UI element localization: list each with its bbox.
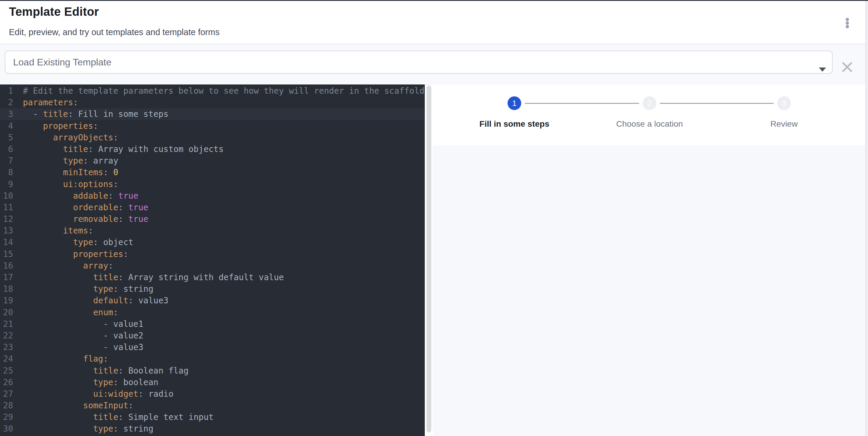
code-token: [23, 156, 63, 166]
line-number: 4: [0, 120, 13, 132]
code-token: :: [113, 307, 118, 317]
code-line[interactable]: 13 items:: [0, 225, 425, 236]
line-number: 26: [0, 376, 13, 388]
more-options-kebab-icon[interactable]: [843, 16, 851, 30]
code-token: :: [108, 191, 119, 201]
code-token: enum: [93, 307, 113, 317]
code-token: -: [23, 342, 113, 352]
code-line[interactable]: 23 - value3: [0, 341, 425, 353]
code-line[interactable]: 5 arrayObjects:: [0, 132, 425, 143]
code-token: radio: [148, 389, 173, 399]
code-token: removable: [73, 214, 119, 224]
code-token: title: [93, 412, 118, 422]
code-token: string: [123, 284, 153, 294]
code-token: minItems: [63, 167, 103, 177]
kebab-dot: [846, 25, 849, 28]
code-token: :: [88, 144, 98, 154]
load-select-placeholder: Load Existing Template: [13, 57, 111, 68]
clear-selection-button[interactable]: [837, 57, 858, 77]
line-number: 11: [0, 202, 13, 213]
code-token: type: [73, 237, 93, 247]
code-line[interactable]: 17 title: Array string with default valu…: [0, 272, 425, 283]
line-number: 6: [0, 143, 13, 155]
code-token: :: [123, 249, 128, 259]
code-token: [23, 214, 73, 224]
code-token: :: [113, 424, 123, 434]
code-line[interactable]: 10 addable: true: [0, 190, 425, 202]
code-line[interactable]: 30 type: string: [0, 423, 425, 435]
line-number: 28: [0, 400, 13, 411]
line-number: 27: [0, 388, 13, 400]
code-line[interactable]: 24 flag:: [0, 353, 425, 365]
code-line[interactable]: 20 enum:: [0, 307, 425, 318]
code-token: :: [118, 214, 128, 224]
load-existing-template-select[interactable]: Load Existing Template: [5, 51, 833, 74]
code-token: title: [93, 366, 118, 376]
code-line[interactable]: 28 someInput:: [0, 400, 425, 411]
code-line[interactable]: 25 title: Boolean flag: [0, 365, 425, 376]
code-token: [23, 203, 73, 212]
code-line[interactable]: 16 array:: [0, 260, 425, 272]
code-line[interactable]: 19 default: value3: [0, 295, 425, 306]
code-token: [23, 133, 53, 142]
code-line[interactable]: 27 ui:widget: radio: [0, 388, 425, 400]
line-number: 18: [0, 283, 13, 295]
code-token: :: [88, 226, 93, 236]
code-line[interactable]: 12 removable: true: [0, 213, 425, 225]
code-token: Fill in some steps: [78, 109, 168, 119]
page-scrollbar-track[interactable]: [865, 1, 868, 436]
code-line[interactable]: 26 type: boolean: [0, 376, 425, 388]
code-line[interactable]: 4 properties:: [0, 120, 425, 132]
code-token: -: [23, 331, 113, 340]
code-line[interactable]: 8 minItems: 0: [0, 167, 425, 178]
code-token: boolean: [123, 377, 158, 387]
code-line[interactable]: 18 type: string: [0, 283, 425, 295]
code-token: [23, 144, 63, 154]
code-token: [23, 237, 73, 247]
code-token: type: [93, 424, 113, 434]
code-token: type: [93, 377, 113, 387]
code-token: [23, 377, 93, 387]
line-number: 17: [0, 272, 13, 283]
code-line[interactable]: 1# Edit the template parameters below to…: [0, 85, 425, 97]
code-line[interactable]: 7 type: array: [0, 155, 425, 167]
code-line[interactable]: 21 - value1: [0, 318, 425, 330]
code-token: parameters: [23, 98, 73, 107]
line-number: 10: [0, 190, 13, 202]
code-line[interactable]: 22 - value2: [0, 330, 425, 341]
wizard-stepper: 1Fill in some steps2Choose a location3Re…: [433, 85, 865, 145]
code-token: object: [103, 237, 133, 247]
code-token: :: [118, 412, 128, 422]
code-token: [23, 272, 93, 282]
code-token: orderable: [73, 203, 119, 212]
yaml-code-editor[interactable]: 1# Edit the template parameters below to…: [0, 85, 425, 436]
code-token: Simple text input: [128, 412, 214, 422]
line-number: 15: [0, 248, 13, 260]
line-number: 3: [0, 108, 13, 120]
line-number: 16: [0, 260, 13, 272]
code-token: title: [43, 109, 68, 119]
close-icon: [841, 61, 853, 73]
code-token: properties: [43, 121, 93, 131]
line-number: 19: [0, 295, 13, 306]
code-line[interactable]: 6 title: Array with custom objects: [0, 143, 425, 155]
line-number: 9: [0, 178, 13, 190]
editor-scrollbar-thumb[interactable]: [427, 86, 431, 432]
code-token: [23, 179, 63, 189]
code-token: value1: [113, 319, 143, 329]
code-line[interactable]: 15 properties:: [0, 248, 425, 260]
code-token: true: [128, 203, 148, 212]
code-line[interactable]: 9 ui:options:: [0, 178, 425, 190]
page-header: Template Editor Edit, preview, and try o…: [0, 1, 868, 44]
code-line[interactable]: 2parameters:: [0, 97, 425, 108]
code-token: flag: [83, 354, 103, 364]
line-number: 7: [0, 155, 13, 167]
code-token: [23, 307, 93, 317]
code-line[interactable]: 14 type: object: [0, 236, 425, 248]
code-token: :: [73, 98, 78, 107]
code-line[interactable]: 11 orderable: true: [0, 202, 425, 213]
code-line[interactable]: 3 - title: Fill in some steps: [0, 108, 425, 120]
step-label: Review: [770, 119, 798, 129]
code-line[interactable]: 29 title: Simple text input: [0, 411, 425, 423]
code-token: someInput: [83, 401, 128, 410]
